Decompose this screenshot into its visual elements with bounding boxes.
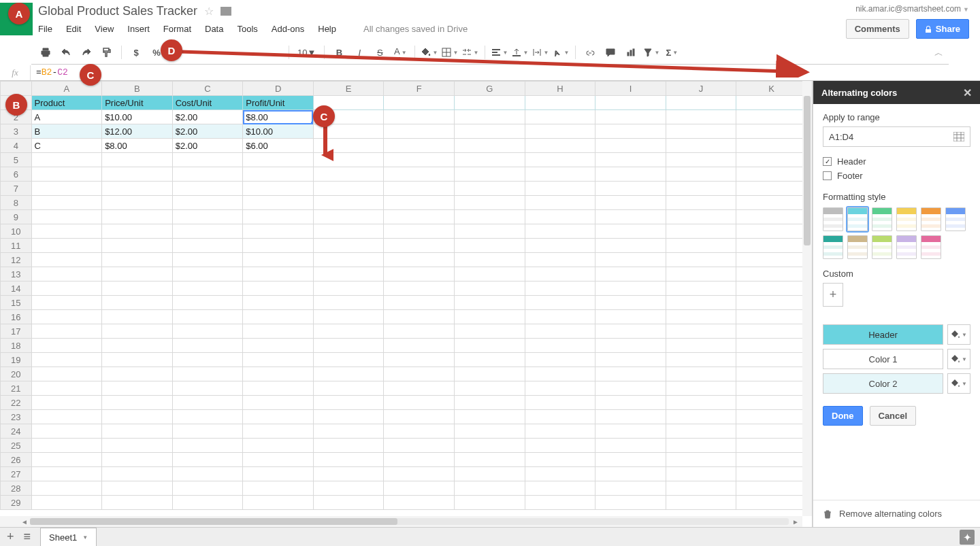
- style-swatch[interactable]: [896, 235, 917, 259]
- cell[interactable]: C: [31, 139, 102, 153]
- cell[interactable]: Cost/Unit: [172, 96, 243, 110]
- col-I[interactable]: I: [595, 82, 666, 96]
- row-20[interactable]: 20: [1, 367, 32, 381]
- account-email[interactable]: nik.amar.ic@smartsheet.com▼: [855, 4, 969, 14]
- header-checkbox[interactable]: ✓Header: [823, 156, 970, 167]
- style-swatch[interactable]: [847, 207, 868, 231]
- row-14[interactable]: 14: [1, 281, 32, 296]
- comment-icon[interactable]: [602, 44, 619, 61]
- star-icon[interactable]: ☆: [204, 5, 214, 18]
- link-icon[interactable]: [581, 44, 599, 61]
- add-custom-style[interactable]: +: [823, 283, 843, 307]
- halign-icon[interactable]: ▼: [491, 44, 508, 61]
- horizontal-scrollbar[interactable]: ◄ ►: [0, 516, 802, 527]
- fill-color-icon[interactable]: ▼: [421, 44, 438, 61]
- col-F[interactable]: F: [384, 82, 455, 96]
- cell[interactable]: $12.00: [102, 124, 173, 139]
- cancel-button[interactable]: Cancel: [870, 406, 917, 426]
- row-10[interactable]: 10: [1, 224, 32, 239]
- cell[interactable]: Profit/Unit: [243, 96, 314, 110]
- col-E[interactable]: E: [313, 82, 384, 96]
- row-23[interactable]: 23: [1, 410, 32, 424]
- sheet-tab[interactable]: Sheet1▼: [40, 528, 97, 547]
- row-9[interactable]: 9: [1, 210, 32, 224]
- cell[interactable]: $2.00: [172, 139, 243, 153]
- undo-icon[interactable]: [57, 44, 75, 61]
- menu-data[interactable]: Data: [205, 24, 223, 34]
- add-sheet-icon[interactable]: +: [7, 530, 14, 544]
- wrap-icon[interactable]: ▼: [532, 44, 549, 61]
- explore-icon[interactable]: ✦: [960, 530, 975, 545]
- print-icon[interactable]: [37, 44, 54, 61]
- style-swatch[interactable]: [896, 207, 917, 231]
- col-K[interactable]: K: [736, 82, 807, 96]
- done-button[interactable]: Done: [823, 406, 863, 426]
- valign-icon[interactable]: ▼: [511, 44, 529, 61]
- col-D[interactable]: D: [243, 82, 314, 96]
- menu-edit[interactable]: Edit: [66, 24, 81, 34]
- row-4[interactable]: 4: [1, 139, 32, 153]
- cell[interactable]: A: [31, 110, 102, 124]
- header-color[interactable]: Header: [823, 324, 943, 345]
- row-12[interactable]: 12: [1, 253, 32, 267]
- cell[interactable]: $6.00: [243, 139, 314, 153]
- row-19[interactable]: 19: [1, 353, 32, 367]
- header-color-picker[interactable]: ▼: [947, 324, 970, 345]
- bold-icon[interactable]: B: [330, 44, 348, 61]
- row-3[interactable]: 3: [1, 124, 32, 139]
- collapse-toolbar-icon[interactable]: ︿: [928, 41, 949, 65]
- font-size[interactable]: 10▼: [295, 48, 318, 58]
- comments-button[interactable]: Comments: [846, 19, 909, 39]
- row-8[interactable]: 8: [1, 196, 32, 210]
- strike-icon[interactable]: S: [371, 44, 389, 61]
- borders-icon[interactable]: ▼: [441, 44, 459, 61]
- folder-icon[interactable]: [220, 7, 231, 16]
- close-icon[interactable]: ✕: [963, 86, 972, 99]
- remove-alternating[interactable]: Remove alternating colors: [813, 500, 980, 527]
- row-18[interactable]: 18: [1, 339, 32, 353]
- cell[interactable]: Price/Unit: [102, 96, 173, 110]
- spreadsheet[interactable]: A B C D E F G H I J K 1 Product Price/Un…: [0, 81, 813, 527]
- style-swatch[interactable]: [921, 207, 941, 231]
- col-J[interactable]: J: [666, 82, 736, 96]
- row-17[interactable]: 17: [1, 324, 32, 339]
- row-11[interactable]: 11: [1, 239, 32, 253]
- footer-checkbox[interactable]: Footer: [823, 171, 970, 181]
- menu-tools[interactable]: Tools: [237, 24, 257, 34]
- row-21[interactable]: 21: [1, 381, 32, 396]
- cell[interactable]: $2.00: [172, 110, 243, 124]
- menu-format[interactable]: Format: [163, 24, 191, 34]
- menu-help[interactable]: Help: [318, 24, 336, 34]
- row-24[interactable]: 24: [1, 424, 32, 439]
- row-7[interactable]: 7: [1, 182, 32, 196]
- rotate-icon[interactable]: A▼: [552, 44, 570, 61]
- cell[interactable]: Product: [31, 96, 102, 110]
- row-5[interactable]: 5: [1, 153, 32, 167]
- italic-icon[interactable]: I: [350, 44, 368, 61]
- menu-addons[interactable]: Add-ons: [272, 24, 304, 34]
- col-C[interactable]: C: [172, 82, 243, 96]
- color2-picker[interactable]: ▼: [947, 373, 970, 394]
- cell[interactable]: $10.00: [102, 110, 173, 124]
- currency-icon[interactable]: $: [127, 44, 145, 61]
- cell[interactable]: $10.00: [243, 124, 314, 139]
- row-26[interactable]: 26: [1, 453, 32, 467]
- cell[interactable]: $2.00: [172, 124, 243, 139]
- row-28[interactable]: 28: [1, 481, 32, 496]
- formula-input[interactable]: =B2-C2: [31, 67, 74, 78]
- row-16[interactable]: 16: [1, 310, 32, 324]
- range-input[interactable]: A1:D4: [823, 126, 970, 147]
- style-swatch[interactable]: [945, 207, 966, 231]
- all-sheets-icon[interactable]: ≡: [24, 530, 31, 544]
- share-button[interactable]: Share: [916, 19, 969, 39]
- vertical-scrollbar[interactable]: [802, 81, 812, 516]
- fx-icon[interactable]: fx: [0, 67, 30, 78]
- style-swatch[interactable]: [872, 235, 892, 259]
- row-22[interactable]: 22: [1, 396, 32, 410]
- paint-format-icon[interactable]: [98, 44, 116, 61]
- style-swatch[interactable]: [872, 207, 892, 231]
- menu-view[interactable]: View: [95, 24, 114, 34]
- col-G[interactable]: G: [455, 82, 525, 96]
- color2[interactable]: Color 2: [823, 373, 943, 394]
- color1-picker[interactable]: ▼: [947, 349, 970, 369]
